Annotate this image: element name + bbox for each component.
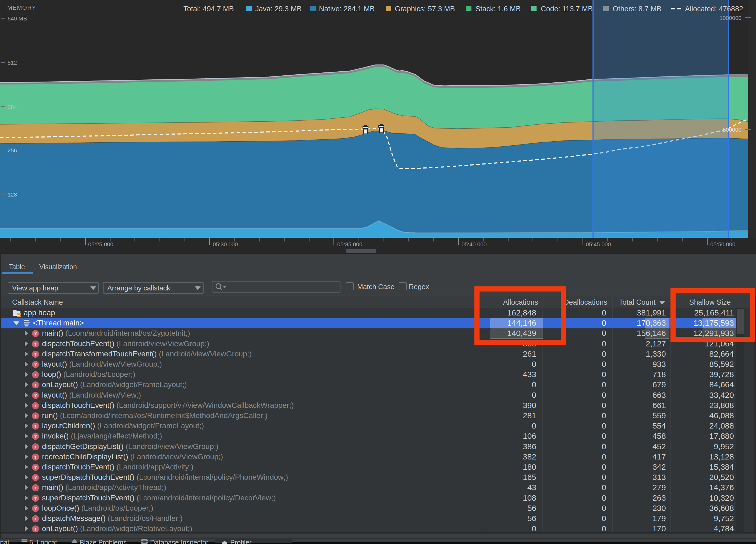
svg-text:05:50.000: 05:50.000 <box>710 241 735 247</box>
svg-text:05:30.000: 05:30.000 <box>213 241 238 247</box>
svg-text:05:25.000: 05:25.000 <box>88 241 113 247</box>
svg-text:05:35.000: 05:35.000 <box>337 241 362 247</box>
svg-text:05:40.000: 05:40.000 <box>462 241 487 247</box>
svg-text:05:45.000: 05:45.000 <box>586 241 611 247</box>
